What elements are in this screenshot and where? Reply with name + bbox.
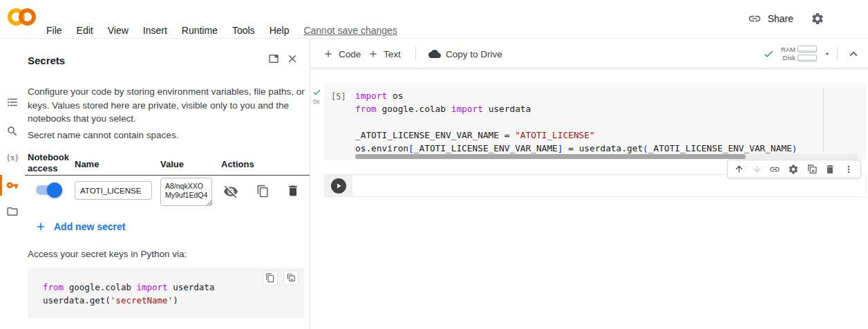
- toolbar-divider: [415, 46, 416, 62]
- trash-icon: [824, 164, 836, 175]
- ram-label: RAM: [781, 46, 795, 54]
- plus-icon: [323, 48, 334, 59]
- save-status-link[interactable]: Cannot save changes: [303, 25, 397, 36]
- cell-executed-check-icon: [312, 88, 321, 97]
- trash-icon: [286, 184, 300, 198]
- close-icon: [286, 53, 299, 65]
- toolbar-divider: [837, 46, 838, 62]
- execution-count[interactable]: [5]: [331, 92, 346, 102]
- add-code-label: Code: [339, 49, 361, 59]
- close-panel-button[interactable]: [286, 53, 299, 65]
- share-button[interactable]: Share: [748, 12, 793, 26]
- copy-cell-link-button[interactable]: [769, 164, 780, 175]
- gear-icon: [811, 12, 824, 26]
- top-bar: File Edit View Insert Runtime Tools Help…: [0, 0, 868, 39]
- secret-name-input[interactable]: [75, 181, 152, 200]
- mirror-cell-button[interactable]: [806, 164, 818, 175]
- sidebar-icon-rail: {x}: [0, 39, 25, 329]
- menu-edit[interactable]: Edit: [77, 25, 93, 36]
- copy-to-drive-label: Copy to Drive: [446, 49, 502, 59]
- menu-tools[interactable]: Tools: [232, 25, 255, 36]
- menu-runtime[interactable]: Runtime: [182, 25, 218, 36]
- settings-button[interactable]: [811, 12, 824, 26]
- folder-icon: [6, 205, 19, 218]
- run-cell-button[interactable]: [331, 178, 346, 194]
- delete-secret-button[interactable]: [286, 184, 300, 198]
- cell-settings-button[interactable]: [788, 164, 799, 175]
- usage-label: Access your secret keys in Python via:: [28, 249, 187, 259]
- eye-off-icon: [223, 184, 238, 199]
- add-new-secret-label: Add new secret: [54, 221, 125, 232]
- rail-item-variables[interactable]: {x}: [6, 153, 19, 165]
- caret-down-icon: [822, 49, 832, 59]
- add-code-cell-button[interactable]: Code: [323, 39, 361, 68]
- copy-icon: [256, 185, 270, 198]
- menu-view[interactable]: View: [108, 25, 129, 36]
- cell-execution-time: 0s: [313, 98, 320, 105]
- scrollbar-thumb[interactable]: [355, 154, 746, 159]
- resource-gauges: [798, 46, 817, 64]
- panel-title: Secrets: [28, 55, 65, 66]
- chevron-up-icon: [846, 46, 861, 62]
- menu-file[interactable]: File: [46, 25, 62, 36]
- insert-snippet-button[interactable]: [283, 270, 299, 285]
- rail-item-files[interactable]: [6, 205, 19, 218]
- rail-item-toc[interactable]: [6, 96, 19, 109]
- editor-ruler: [823, 88, 824, 152]
- secret-value-input[interactable]: A8/nqkXXO My9uf1EdQ4: [160, 178, 212, 206]
- menu-bar: File Edit View Insert Runtime Tools Help…: [46, 25, 397, 36]
- open-in-tab-button[interactable]: [267, 53, 280, 65]
- secrets-panel: Secrets Configure your code by storing e…: [25, 39, 310, 329]
- table-of-contents-icon: [6, 96, 19, 109]
- colab-logo[interactable]: [8, 8, 38, 26]
- arrow-down-icon: [752, 164, 762, 174]
- move-cell-up-button[interactable]: [734, 164, 744, 174]
- arrow-up-icon: [734, 164, 744, 174]
- hide-value-button[interactable]: [223, 184, 238, 199]
- move-cell-down-button[interactable]: [752, 164, 762, 174]
- copy-icon: [265, 273, 275, 283]
- copy-tab-icon: [806, 164, 818, 175]
- menu-help[interactable]: Help: [270, 25, 290, 36]
- snippet-code: from google.colab import userdatauserdat…: [43, 281, 214, 308]
- search-icon: [6, 125, 19, 138]
- code-cell[interactable]: [5] import osfrom google.colab import us…: [324, 83, 866, 160]
- rail-item-search[interactable]: [6, 125, 19, 138]
- resources-dropdown-button[interactable]: [822, 49, 832, 59]
- copy-to-drive-button[interactable]: Copy to Drive: [428, 39, 502, 68]
- disk-label: Disk: [781, 54, 795, 62]
- cell-gutter: [325, 175, 352, 196]
- add-new-secret-button[interactable]: Add new secret: [35, 220, 125, 233]
- menu-insert[interactable]: Insert: [143, 25, 167, 36]
- play-icon: [334, 182, 343, 190]
- add-text-cell-button[interactable]: Text: [368, 39, 401, 68]
- rail-active-indicator: [0, 175, 2, 196]
- link-icon: [769, 164, 780, 175]
- disk-gauge: [798, 55, 817, 62]
- insert-code-icon: [286, 273, 296, 283]
- copy-secret-button[interactable]: [256, 185, 270, 198]
- open-in-tab-icon: [267, 53, 280, 65]
- collapse-sections-button[interactable]: [846, 46, 861, 62]
- drive-cloud-icon: [428, 48, 441, 60]
- column-header-name: Name: [75, 159, 99, 169]
- panel-description: Configure your code by storing environme…: [28, 85, 307, 126]
- colab-logo-ring-right: [19, 8, 36, 26]
- column-header-actions: Actions: [221, 159, 254, 169]
- notebook-access-toggle[interactable]: [36, 185, 61, 195]
- horizontal-scrollbar[interactable]: [355, 154, 858, 159]
- add-text-label: Text: [384, 49, 401, 59]
- delete-cell-button[interactable]: [824, 164, 836, 175]
- notebook-toolbar: Code Text Copy to Drive RAM Disk: [311, 39, 868, 68]
- link-icon: [748, 12, 762, 26]
- more-vert-icon: [843, 164, 854, 175]
- gear-icon: [788, 164, 799, 175]
- rail-item-secrets[interactable]: [6, 179, 19, 191]
- copy-snippet-button[interactable]: [263, 270, 278, 285]
- snippet-box: from google.colab import userdatauserdat…: [28, 267, 304, 318]
- column-header-value: Value: [160, 159, 184, 169]
- code-editor[interactable]: import osfrom google.colab import userda…: [355, 91, 798, 156]
- more-cell-actions-button[interactable]: [843, 164, 854, 175]
- cell-toolbar: [727, 160, 861, 178]
- table-header-divider: [25, 175, 310, 176]
